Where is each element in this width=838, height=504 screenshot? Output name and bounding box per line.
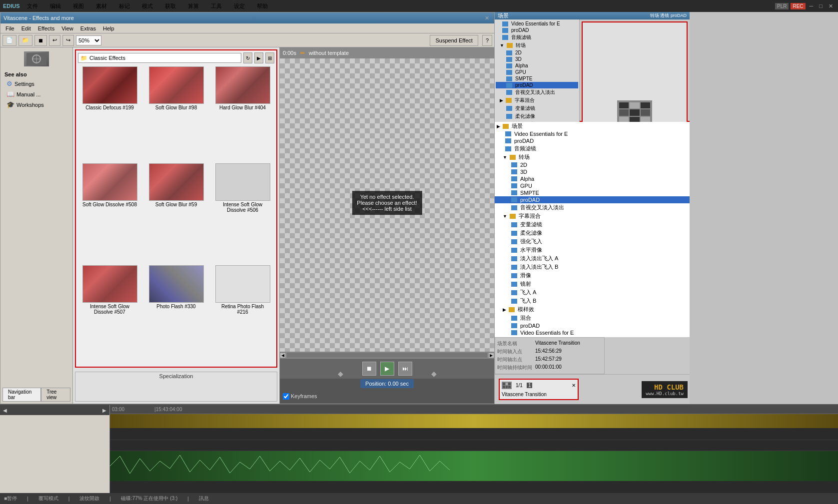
tree-item-GPU[interactable]: GPU bbox=[496, 69, 578, 75]
menu-tools-cn[interactable]: 工具 bbox=[208, 2, 225, 10]
preview-scrollbar[interactable]: ◀ ▶ bbox=[280, 352, 494, 359]
vitascene-close-icon[interactable]: ✕ bbox=[483, 15, 491, 21]
export-button[interactable]: ▶ bbox=[254, 52, 263, 63]
effects-category-dropdown[interactable]: 📁 Classic Effects bbox=[78, 53, 241, 63]
tree-view-tab[interactable]: Tree view bbox=[41, 388, 70, 402]
workshops-link[interactable]: 🎓 Workshops bbox=[2, 99, 70, 110]
close-icon[interactable]: ✕ bbox=[827, 3, 835, 9]
tree-item-音频滤镜[interactable]: 音频滤镜 bbox=[496, 33, 578, 41]
effect-item-7[interactable]: Intense Soft Glow Dissolve #507 bbox=[78, 265, 141, 365]
effect-item-1[interactable]: Classic Defocus #199 bbox=[78, 66, 141, 160]
undo-button[interactable]: ↩ bbox=[49, 35, 60, 46]
menu-mark-cn[interactable]: 标记 bbox=[116, 2, 133, 10]
redo-button[interactable]: ↪ bbox=[62, 35, 74, 46]
menu-mode-cn[interactable]: 模式 bbox=[139, 2, 156, 10]
main-tree-item[interactable]: proDAD bbox=[495, 322, 690, 329]
tree-item-音视交叉淡入淡出[interactable]: 音视交叉淡入淡出 bbox=[496, 88, 578, 96]
menu-capture-cn[interactable]: 获取 bbox=[162, 2, 179, 10]
menu-settings-cn[interactable]: 设定 bbox=[231, 2, 248, 10]
effect-item-6[interactable]: Intense Soft Glow Dissolve #506 bbox=[211, 163, 274, 263]
tree-item-proDAD[interactable]: proDAD bbox=[496, 82, 578, 88]
effect-item-5[interactable]: Soft Glow Blur #59 bbox=[144, 163, 208, 263]
main-tree-item[interactable]: Video Essentials for E bbox=[495, 130, 690, 137]
tree-item-柔化滤像[interactable]: 柔化滤像 bbox=[496, 112, 578, 120]
effect-item-9[interactable]: Retina Photo Flash #216 bbox=[211, 265, 274, 365]
keyframes-checkbox[interactable] bbox=[283, 393, 289, 400]
menu-view-cn[interactable]: 视图 bbox=[70, 2, 87, 10]
effect-item-3[interactable]: Hard Glow Blur #404 bbox=[211, 66, 274, 160]
main-tree-item[interactable]: 飞入 A bbox=[495, 288, 690, 297]
main-tree-item[interactable]: 飞入 B bbox=[495, 297, 690, 305]
scene-tab2[interactable]: 转场 透镜 proDAD bbox=[650, 12, 687, 19]
effect-item-4[interactable]: Soft Glow Dissolve #508 bbox=[78, 163, 141, 263]
info-duration-row: 时间轴持续时间 00:00:01:00 bbox=[497, 364, 602, 372]
tree-item-3D[interactable]: 3D bbox=[496, 56, 578, 62]
tree-item-Video-Essentials-for-E[interactable]: Video Essentials for E bbox=[496, 20, 578, 27]
menu-effects[interactable]: Effects bbox=[35, 25, 57, 32]
help-icon-button[interactable]: ? bbox=[482, 35, 492, 46]
tree-item-字幕混合[interactable]: ▶字幕混合 bbox=[496, 96, 578, 104]
effect-item-8[interactable]: Photo Flash #330 bbox=[144, 265, 208, 365]
stop-button[interactable]: ⏹ bbox=[34, 35, 47, 46]
main-tree-item[interactable]: proDAD bbox=[495, 137, 690, 144]
open-button[interactable]: 📁 bbox=[18, 35, 32, 46]
menu-sequence-cn[interactable]: 算算 bbox=[185, 2, 202, 10]
menu-file[interactable]: File bbox=[2, 25, 17, 32]
main-tree-item[interactable]: 淡入淡出飞入 A bbox=[495, 254, 690, 263]
new-button[interactable]: 📄 bbox=[2, 35, 16, 46]
tree-item-2D[interactable]: 2D bbox=[496, 49, 578, 56]
main-tree-item[interactable]: 变量滤镜 bbox=[495, 220, 690, 229]
main-tree-item[interactable]: GPU bbox=[495, 182, 690, 189]
main-tree-item[interactable]: 音频滤镜 bbox=[495, 144, 690, 153]
scroll-left-icon[interactable]: ◀ bbox=[280, 353, 286, 358]
main-tree-item[interactable]: 水平滑像 bbox=[495, 246, 690, 254]
vs-close-icon[interactable]: ✕ bbox=[572, 383, 576, 388]
settings-link[interactable]: ⚙ Settings bbox=[2, 78, 70, 89]
menu-help[interactable]: Help bbox=[100, 25, 117, 32]
menu-help-cn[interactable]: 帮助 bbox=[254, 2, 271, 10]
nav-bar-tab[interactable]: Navigation bar bbox=[2, 388, 41, 402]
play-ctrl-button[interactable]: ▶ bbox=[380, 362, 394, 376]
main-tree-item[interactable]: 镜射 bbox=[495, 280, 690, 288]
menu-view[interactable]: View bbox=[58, 25, 76, 32]
main-tree-item[interactable]: SMPTE bbox=[495, 189, 690, 196]
menu-edit[interactable]: Edit bbox=[18, 25, 34, 32]
main-tree-item[interactable]: 淡入淡出飞入 B bbox=[495, 263, 690, 271]
zoom-select[interactable]: 50% 100% 75% 25% bbox=[76, 35, 101, 45]
main-tree-item[interactable]: Video Essentials for E bbox=[495, 329, 690, 336]
main-tree-item[interactable]: Alpha bbox=[495, 175, 690, 182]
scroll-right-icon[interactable]: ▶ bbox=[488, 353, 494, 358]
ffwd-ctrl-button[interactable]: ⏭ bbox=[398, 362, 412, 376]
menu-asset-cn[interactable]: 素材 bbox=[93, 2, 110, 10]
main-tree-item[interactable]: 3D bbox=[495, 168, 690, 175]
stop-ctrl-button[interactable]: ⏹ bbox=[362, 362, 376, 376]
vitascene-preview-icon bbox=[617, 100, 652, 125]
restore-icon[interactable]: □ bbox=[817, 3, 825, 9]
main-tree-item[interactable]: 滑像 bbox=[495, 271, 690, 280]
menu-file-cn[interactable]: 文件 bbox=[24, 2, 41, 10]
main-tree-item[interactable]: ▼转场 bbox=[495, 153, 690, 161]
main-tree-item[interactable]: ▼字幕混合 bbox=[495, 212, 690, 220]
tree-item-变量滤镜[interactable]: 变量滤镜 bbox=[496, 104, 578, 112]
minimize-icon[interactable]: ─ bbox=[808, 3, 816, 9]
keyframes-checkbox-container[interactable]: Keyframes bbox=[283, 393, 317, 400]
tree-item-Alpha[interactable]: Alpha bbox=[496, 62, 578, 69]
menu-extras[interactable]: Extras bbox=[77, 25, 99, 32]
main-tree-item[interactable]: 音视交叉淡入淡出 bbox=[495, 203, 690, 212]
tree-item-SMPTE[interactable]: SMPTE bbox=[496, 75, 578, 82]
main-tree-item[interactable]: ▶场景 bbox=[495, 122, 690, 130]
effect-item-2[interactable]: Soft Glow Blur #98 bbox=[144, 66, 208, 160]
main-tree-item[interactable]: 柔化滤像 bbox=[495, 229, 690, 237]
suspend-button[interactable]: Suspend Effect bbox=[430, 35, 478, 46]
tree-item-转场[interactable]: ▼转场 bbox=[496, 41, 578, 49]
grid-button[interactable]: ⊞ bbox=[265, 52, 274, 63]
main-tree-item[interactable]: 混合 bbox=[495, 314, 690, 322]
main-tree-item[interactable]: 2D bbox=[495, 161, 690, 168]
refresh-button[interactable]: ↻ bbox=[243, 52, 252, 63]
manual-link[interactable]: 📖 Manual ... bbox=[2, 89, 70, 99]
main-tree-item[interactable]: 强化飞入 bbox=[495, 237, 690, 246]
menu-edit-cn[interactable]: 编辑 bbox=[47, 2, 64, 10]
main-tree-item[interactable]: proDAD bbox=[495, 196, 690, 203]
tree-item-proDAD[interactable]: proDAD bbox=[496, 27, 578, 33]
main-tree-item[interactable]: ▶模样效 bbox=[495, 305, 690, 314]
